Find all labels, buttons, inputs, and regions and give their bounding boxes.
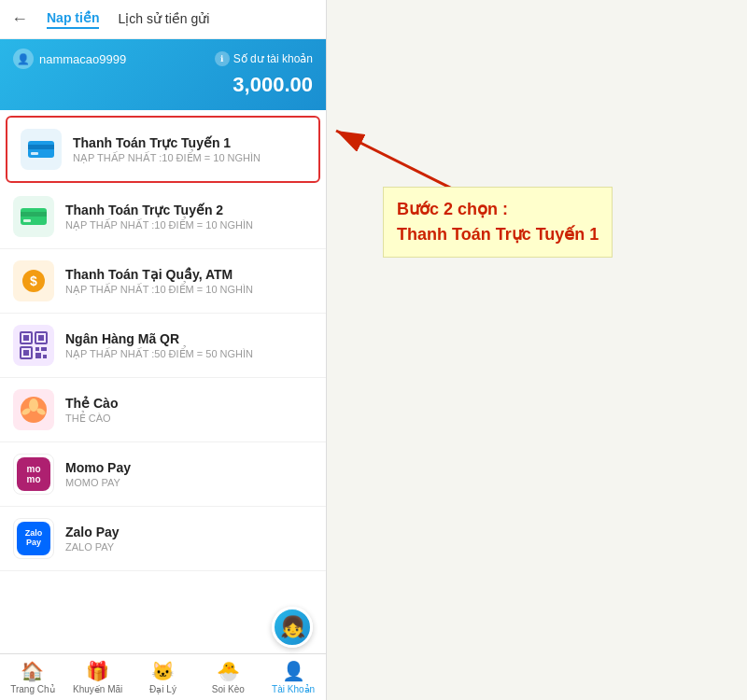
top-nav: ← Nap tiền Lịch sử tiền gửi: [0, 0, 326, 39]
momo-logo: momo: [17, 457, 50, 491]
payment-info-qr: Ngân Hàng Mã QR NẠP THẤP NHẤT :50 ĐIỂM =…: [65, 331, 313, 360]
account-name-row: 👤 nammacao9999: [13, 49, 126, 69]
payment-title-thecao: Thẻ Cào: [65, 396, 313, 411]
tab-history[interactable]: Lịch sử tiền gửi: [118, 11, 209, 28]
back-button[interactable]: ←: [11, 9, 28, 29]
payment-sub-zalopay: ZALO PAY: [65, 541, 313, 553]
svg-text:$: $: [30, 273, 37, 288]
payment-icon-qr: [13, 325, 54, 366]
annotation-line2: Thanh Toán Trực Tuyến 1: [397, 222, 599, 247]
zalo-logo: ZaloPay: [17, 522, 50, 555]
payment-icon-zalopay: ZaloPay: [13, 518, 54, 559]
nav-label-promo: Khuyến Mãi: [73, 684, 122, 694]
balance-info-icon: ℹ: [215, 51, 230, 66]
payment-info-online1: Thanh Toán Trực Tuyến 1 NẠP THẤP NHẤT :1…: [73, 135, 305, 164]
svg-rect-15: [41, 347, 47, 351]
svg-rect-16: [35, 353, 41, 358]
nav-item-agent[interactable]: 🐱 Đại Lý: [131, 660, 196, 694]
payment-info-zalopay: Zalo Pay ZALO PAY: [65, 525, 313, 553]
payment-sub-atm: NẠP THẤP NHẤT :10 ĐIỂM = 10 NGHÌN: [65, 284, 313, 296]
payment-icon-atm: $: [13, 260, 54, 301]
promo-icon: 🎁: [86, 660, 109, 682]
nav-item-account[interactable]: 👤 Tài Khoản: [261, 660, 326, 694]
payment-sub-momo: MOMO PAY: [65, 477, 313, 488]
payment-info-thecao: Thẻ Cào THẺ CÀO: [65, 396, 313, 425]
payment-title-atm: Thanh Toán Tại Quầy, ATM: [65, 267, 313, 282]
payment-icon-online2: [13, 196, 54, 237]
account-header: 👤 nammacao9999 ℹ Số dư tài khoản 3,000.0…: [0, 39, 326, 110]
nav-label-account: Tài Khoản: [272, 684, 315, 694]
payment-title-zalopay: Zalo Pay: [65, 525, 313, 539]
payment-sub-online2: NẠP THẤP NHẤT :10 ĐIỂM = 10 NGHÌN: [65, 219, 313, 231]
soikeo-icon: 🐣: [217, 660, 240, 682]
avatar-bubble[interactable]: 👧: [272, 607, 313, 648]
account-icon: 👤: [282, 660, 305, 682]
payment-info-momo: Momo Pay MOMO PAY: [65, 460, 313, 488]
annotation-box: Bước 2 chọn : Thanh Toán Trực Tuyến 1: [383, 187, 613, 258]
tab-deposit[interactable]: Nap tiền: [47, 10, 99, 29]
phone-panel: ← Nap tiền Lịch sử tiền gửi 👤 nammacao99…: [0, 0, 327, 700]
account-icon: 👤: [13, 49, 34, 69]
payment-sub-online1: NẠP THẤP NHẤT :10 ĐIỂM = 10 NGHÌN: [73, 152, 305, 164]
payment-item-zalopay[interactable]: ZaloPay Zalo Pay ZALO PAY: [0, 507, 326, 571]
payment-item-online2[interactable]: Thanh Toán Trực Tuyến 2 NẠP THẤP NHẤT :1…: [0, 185, 326, 249]
right-panel: Bước 2 chọn : Thanh Toán Trực Tuyến 1: [327, 0, 747, 700]
svg-rect-14: [35, 347, 39, 351]
svg-rect-4: [21, 212, 47, 217]
nav-item-home[interactable]: 🏠 Trang Chủ: [0, 660, 65, 694]
home-icon: 🏠: [21, 660, 44, 682]
payment-title-online2: Thanh Toán Trực Tuyến 2: [65, 203, 313, 217]
bottom-nav: 🏠 Trang Chủ 🎁 Khuyến Mãi 🐱 Đại Lý 🐣 Soi …: [0, 653, 326, 700]
payment-item-thecao[interactable]: Thẻ Cào THẺ CÀO: [0, 378, 326, 442]
payment-info-atm: Thanh Toán Tại Quầy, ATM NẠP THẤP NHẤT :…: [65, 267, 313, 296]
payment-item-qr[interactable]: Ngân Hàng Mã QR NẠP THẤP NHẤT :50 ĐIỂM =…: [0, 314, 326, 378]
payment-info-online2: Thanh Toán Trực Tuyến 2 NẠP THẤP NHẤT :1…: [65, 203, 313, 231]
annotation-line1: Bước 2 chọn :: [397, 197, 599, 222]
svg-rect-11: [38, 335, 44, 341]
svg-rect-9: [23, 335, 29, 341]
payment-title-momo: Momo Pay: [65, 460, 313, 475]
nav-label-agent: Đại Lý: [149, 684, 176, 694]
avatar-face: 👧: [280, 615, 305, 639]
nav-item-promo[interactable]: 🎁 Khuyến Mãi: [65, 660, 131, 694]
payment-icon-online1: [21, 129, 62, 170]
payment-item-momo[interactable]: momo Momo Pay MOMO PAY: [0, 442, 326, 507]
balance-label-text: Số dư tài khoản: [233, 52, 313, 65]
username: nammacao9999: [39, 52, 126, 66]
svg-rect-2: [31, 152, 38, 155]
nav-label-home: Trang Chủ: [10, 684, 54, 694]
svg-rect-1: [28, 145, 54, 149]
payment-icon-momo: momo: [13, 454, 54, 495]
payment-sub-qr: NẠP THẤP NHẤT :50 ĐIỂM = 50 NGHÌN: [65, 348, 313, 360]
payment-icon-thecao: [13, 389, 54, 430]
svg-rect-17: [43, 355, 47, 358]
nav-label-soikeo: Soi Kèo: [212, 684, 245, 694]
nav-item-soikeo[interactable]: 🐣 Soi Kèo: [195, 660, 261, 694]
payment-item-atm[interactable]: $ Thanh Toán Tại Quầy, ATM NẠP THẤP NHẤT…: [0, 249, 326, 314]
agent-icon: 🐱: [151, 660, 175, 682]
payment-list: Thanh Toán Trực Tuyến 1 NẠP THẤP NHẤT :1…: [0, 110, 326, 653]
payment-sub-thecao: THẺ CÀO: [65, 413, 313, 425]
payment-title-qr: Ngân Hàng Mã QR: [65, 331, 313, 346]
balance-label-row: ℹ Số dư tài khoản: [215, 51, 313, 66]
payment-item-online1[interactable]: Thanh Toán Trực Tuyến 1 NẠP THẤP NHẤT :1…: [6, 116, 320, 183]
svg-rect-5: [23, 219, 31, 222]
payment-title-online1: Thanh Toán Trực Tuyến 1: [73, 135, 305, 150]
balance-amount: 3,000.00: [13, 73, 313, 97]
svg-rect-13: [23, 350, 29, 356]
